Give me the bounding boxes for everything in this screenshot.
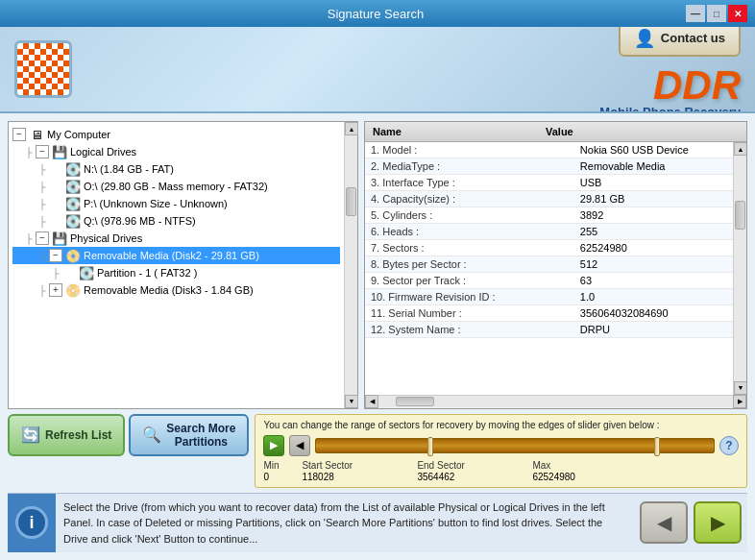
tree-label-q-drive: Q:\ (978.96 MB - NTFS) [84, 215, 196, 227]
expand-icon-disk2[interactable]: − [49, 249, 62, 262]
contact-label: Contact us [661, 31, 725, 45]
search-partitions-button[interactable]: 🔍 Search More Partitions [129, 414, 249, 456]
details-scrollbar-h[interactable]: ◀ ▶ [365, 395, 746, 408]
table-row: 5. Cylinders :3892 [365, 207, 733, 224]
tree-label-my-computer: My Computer [47, 129, 110, 140]
middle-section: −🖥My Computer├−💾Logical Drives├💽N:\ (1.8… [8, 121, 747, 409]
status-text: Select the Drive (from which you want to… [56, 494, 634, 553]
detail-value-cell: Removable Media [574, 158, 733, 175]
expand-icon-disk3[interactable]: + [49, 283, 62, 297]
detail-name-cell: 10. Firmware Revision ID : [365, 289, 574, 305]
details-scroll-thumb[interactable] [735, 201, 745, 230]
refresh-button[interactable]: 🔄 Refresh List [8, 414, 125, 456]
search-icon: 🔍 [142, 426, 161, 444]
slider-handle-left[interactable] [427, 437, 433, 456]
slider-labels: Min Start Sector End Sector Max [263, 460, 739, 471]
details-scroll-up[interactable]: ▲ [734, 142, 746, 156]
scroll-down-arrow[interactable]: ▼ [345, 395, 358, 408]
tree-item-o-drive[interactable]: ├💽O:\ (29.80 GB - Mass memory - FAT32) [12, 178, 340, 195]
table-row: 10. Firmware Revision ID :1.0 [365, 289, 733, 305]
detail-value-cell: 29.81 GB [574, 191, 733, 207]
search-partitions-label: Search More Partitions [166, 422, 235, 449]
maximize-button[interactable]: □ [707, 5, 726, 22]
detail-name-cell: 8. Bytes per Sector : [365, 256, 574, 273]
close-button[interactable]: ✕ [728, 5, 747, 22]
slider-play-button[interactable]: ▶ [263, 435, 284, 456]
start-value: 118028 [302, 472, 417, 482]
scroll-track-h [378, 396, 733, 407]
max-value: 62524980 [532, 472, 739, 482]
detail-name-cell: 4. Capacity(size) : [365, 191, 574, 207]
scroll-right-arrow[interactable]: ▶ [733, 395, 746, 408]
details-scroll-track [734, 156, 746, 381]
help-icon[interactable]: ? [719, 436, 739, 455]
info-icon: i [15, 506, 48, 539]
table-row: 11. Serial Number :356064032084690 [365, 305, 733, 322]
tree-item-logical-drives[interactable]: ├−💾Logical Drives [12, 143, 340, 160]
expand-icon-logical-drives[interactable]: − [36, 145, 49, 158]
detail-value-cell: Nokia S60 USB Device [574, 142, 733, 158]
tree-item-my-computer[interactable]: −🖥My Computer [12, 126, 340, 143]
slider-info-text: You can change the range of sectors for … [263, 420, 739, 430]
window-controls: — □ ✕ [686, 5, 747, 22]
tree-scrollbar[interactable]: ▲ ▼ [344, 122, 357, 408]
status-icon-area: i [8, 494, 56, 553]
tree-icon-physical-drives: 💾 [51, 231, 68, 246]
scroll-thumb[interactable] [346, 187, 356, 216]
detail-value-cell: DRPU [574, 322, 733, 338]
tree-item-physical-drives[interactable]: ├−💾Physical Drives [12, 230, 340, 247]
contact-icon: 👤 [634, 28, 655, 49]
table-row: 2. MediaType :Removable Media [365, 158, 733, 175]
expand-icon-physical-drives[interactable]: − [36, 231, 49, 245]
scroll-left-arrow[interactable]: ◀ [365, 395, 378, 408]
end-value: 3564462 [417, 472, 532, 482]
slider-handle-right[interactable] [654, 437, 660, 456]
contact-button[interactable]: 👤 Contact us [619, 27, 741, 57]
scroll-thumb-h[interactable] [396, 397, 434, 406]
slider-values: 0 118028 3564462 62524980 [263, 472, 739, 482]
tree-icon-o-drive: 💽 [64, 179, 82, 194]
scroll-track [345, 135, 357, 395]
tree-label-p-drive: P:\ (Unknown Size - Unknown) [84, 198, 228, 209]
detail-name-cell: 3. Interface Type : [365, 175, 574, 191]
logo-checkered-icon [17, 43, 69, 95]
tree-label-o-drive: O:\ (29.80 GB - Mass memory - FAT32) [84, 181, 268, 192]
tree-panel: −🖥My Computer├−💾Logical Drives├💽N:\ (1.8… [8, 121, 358, 409]
scroll-up-arrow[interactable]: ▲ [345, 122, 358, 135]
expand-icon-my-computer[interactable]: − [12, 128, 26, 141]
forward-nav-button[interactable]: ▶ [694, 501, 742, 544]
detail-name-cell: 7. Sectors : [365, 240, 574, 256]
tree-item-p-drive[interactable]: ├💽P:\ (Unknown Size - Unknown) [12, 195, 340, 212]
tree-item-q-drive[interactable]: ├💽Q:\ (978.96 MB - NTFS) [12, 212, 340, 230]
tree-label-logical-drives: Logical Drives [70, 146, 136, 158]
back-nav-button[interactable]: ◀ [640, 501, 688, 544]
ddr-subtitle: Mobile Phone Recovery [599, 105, 741, 114]
slider-section: You can change the range of sectors for … [255, 414, 747, 488]
details-scroll-down[interactable]: ▼ [734, 381, 746, 395]
detail-name-cell: 12. System Name : [365, 322, 574, 338]
table-row: 1. Model :Nokia S60 USB Device [365, 142, 733, 158]
refresh-label: Refresh List [45, 428, 111, 442]
tree-item-disk2[interactable]: ├−📀Removable Media (Disk2 - 29.81 GB) [12, 247, 340, 264]
tree-scroll-area[interactable]: −🖥My Computer├−💾Logical Drives├💽N:\ (1.8… [9, 122, 344, 408]
min-label: Min [263, 460, 302, 471]
header-right: 👤 Contact us DDR Mobile Phone Recovery [599, 27, 741, 113]
detail-value-cell: USB [574, 175, 733, 191]
detail-name-cell: 5. Cylinders : [365, 207, 574, 224]
slider-back-button[interactable]: ◀ [289, 435, 310, 456]
table-row: 6. Heads :255 [365, 224, 733, 240]
details-panel: Name Value 1. Model :Nokia S60 USB Devic… [364, 121, 747, 409]
detail-name-cell: 6. Heads : [365, 224, 574, 240]
detail-value-cell: 3892 [574, 207, 733, 224]
tree-item-partition1[interactable]: ├💽Partition - 1 ( FAT32 ) [12, 264, 340, 281]
max-label: Max [532, 460, 739, 471]
minimize-button[interactable]: — [686, 5, 705, 22]
tree-item-n-drive[interactable]: ├💽N:\ (1.84 GB - FAT) [12, 160, 340, 178]
table-row: 4. Capacity(size) :29.81 GB [365, 191, 733, 207]
title-bar: Signature Search — □ ✕ [0, 0, 755, 27]
tree-item-disk3[interactable]: ├+📀Removable Media (Disk3 - 1.84 GB) [12, 281, 340, 299]
slider-track[interactable] [315, 438, 715, 453]
details-scroll[interactable]: 1. Model :Nokia S60 USB Device2. MediaTy… [365, 142, 733, 395]
app-logo [14, 40, 72, 98]
details-scrollbar[interactable]: ▲ ▼ [733, 142, 746, 395]
